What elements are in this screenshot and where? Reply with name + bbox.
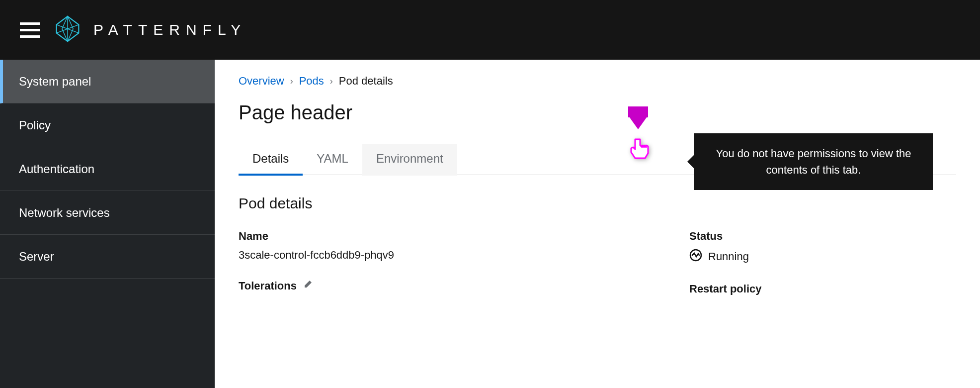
field-label-status: Status (689, 230, 956, 243)
cursor-annotation (628, 115, 648, 129)
tab-yaml[interactable]: YAML (303, 144, 362, 176)
patternfly-logo-icon (54, 15, 82, 45)
section-title: Pod details (239, 195, 956, 212)
chevron-right-icon: › (290, 76, 293, 87)
brand-logo[interactable]: PATTERNFLY (54, 15, 246, 45)
field-label-tolerations: Tolerations (239, 280, 505, 292)
field-value-status: Running (689, 249, 956, 265)
details-col-left: Name 3scale-control-fccb6ddb9-phqv9 Tole… (239, 230, 505, 301)
page-title: Page header (239, 101, 956, 124)
breadcrumb-current: Pod details (339, 75, 393, 88)
sidebar-item-system-panel[interactable]: System panel (0, 60, 215, 103)
brand-text: PATTERNFLY (93, 21, 246, 38)
field-label-restart-policy: Restart policy (689, 283, 956, 295)
sidebar-item-network-services[interactable]: Network services (0, 191, 215, 235)
sidebar-item-authentication[interactable]: Authentication (0, 147, 215, 191)
sidebar-nav: System panel Policy Authentication Netwo… (0, 60, 215, 388)
tab-label: YAML (317, 152, 348, 165)
pointer-hand-icon (628, 135, 651, 165)
field-value-name: 3scale-control-fccb6ddb9-phqv9 (239, 249, 505, 262)
tooltip-text: You do not have permissions to view the … (716, 147, 911, 176)
breadcrumb-link-pods[interactable]: Pods (299, 75, 324, 88)
sidebar-item-policy[interactable]: Policy (0, 103, 215, 147)
chevron-right-icon: › (330, 76, 333, 87)
details-col-right: Status Running Restart policy (689, 230, 956, 301)
permission-tooltip: You do not have permissions to view the … (694, 133, 933, 190)
breadcrumb-link-overview[interactable]: Overview (239, 75, 284, 88)
running-status-icon (689, 249, 702, 265)
app-header: PATTERNFLY (0, 0, 980, 60)
breadcrumb: Overview › Pods › Pod details (239, 75, 956, 88)
main-content: Overview › Pods › Pod details Page heade… (215, 60, 980, 388)
sidebar-item-label: Policy (19, 118, 51, 132)
sidebar-item-label: Server (19, 250, 54, 264)
sidebar-item-label: Authentication (19, 162, 94, 176)
pencil-edit-icon[interactable] (303, 280, 313, 292)
tab-label: Details (252, 152, 289, 165)
tab-details[interactable]: Details (239, 144, 303, 176)
menu-toggle-button[interactable] (20, 20, 40, 40)
sidebar-item-label: System panel (19, 75, 91, 89)
sidebar-item-label: Network services (19, 206, 110, 220)
sidebar-item-server[interactable]: Server (0, 235, 215, 279)
tab-environment: Environment (362, 144, 457, 176)
tab-label: Environment (376, 152, 443, 165)
field-label-name: Name (239, 230, 505, 243)
details-grid: Name 3scale-control-fccb6ddb9-phqv9 Tole… (239, 230, 956, 301)
